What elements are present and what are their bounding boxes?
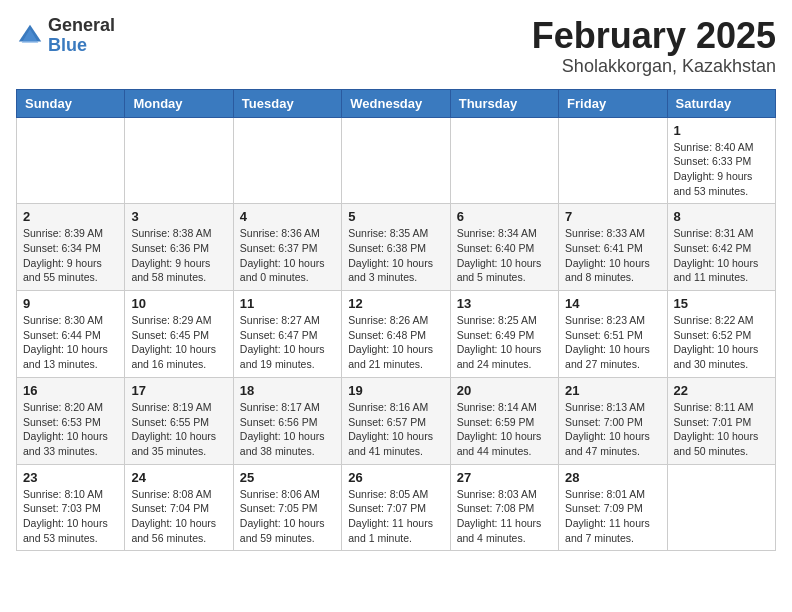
day-number: 18 bbox=[240, 383, 335, 398]
title-block: February 2025 Sholakkorgan, Kazakhstan bbox=[532, 16, 776, 77]
day-info: Sunrise: 8:35 AM Sunset: 6:38 PM Dayligh… bbox=[348, 226, 443, 285]
weekday-header-row: SundayMondayTuesdayWednesdayThursdayFrid… bbox=[17, 89, 776, 117]
day-cell-3: 3Sunrise: 8:38 AM Sunset: 6:36 PM Daylig… bbox=[125, 204, 233, 291]
calendar-title: February 2025 bbox=[532, 16, 776, 56]
empty-cell bbox=[17, 117, 125, 204]
day-cell-11: 11Sunrise: 8:27 AM Sunset: 6:47 PM Dayli… bbox=[233, 291, 341, 378]
day-number: 9 bbox=[23, 296, 118, 311]
day-info: Sunrise: 8:06 AM Sunset: 7:05 PM Dayligh… bbox=[240, 487, 335, 546]
day-cell-28: 28Sunrise: 8:01 AM Sunset: 7:09 PM Dayli… bbox=[559, 464, 667, 551]
weekday-header-saturday: Saturday bbox=[667, 89, 775, 117]
day-number: 22 bbox=[674, 383, 769, 398]
day-cell-21: 21Sunrise: 8:13 AM Sunset: 7:00 PM Dayli… bbox=[559, 377, 667, 464]
empty-cell bbox=[342, 117, 450, 204]
day-info: Sunrise: 8:33 AM Sunset: 6:41 PM Dayligh… bbox=[565, 226, 660, 285]
day-info: Sunrise: 8:05 AM Sunset: 7:07 PM Dayligh… bbox=[348, 487, 443, 546]
day-info: Sunrise: 8:34 AM Sunset: 6:40 PM Dayligh… bbox=[457, 226, 552, 285]
week-row-5: 23Sunrise: 8:10 AM Sunset: 7:03 PM Dayli… bbox=[17, 464, 776, 551]
empty-cell bbox=[233, 117, 341, 204]
day-number: 8 bbox=[674, 209, 769, 224]
day-cell-22: 22Sunrise: 8:11 AM Sunset: 7:01 PM Dayli… bbox=[667, 377, 775, 464]
day-number: 3 bbox=[131, 209, 226, 224]
day-cell-13: 13Sunrise: 8:25 AM Sunset: 6:49 PM Dayli… bbox=[450, 291, 558, 378]
weekday-header-monday: Monday bbox=[125, 89, 233, 117]
day-cell-9: 9Sunrise: 8:30 AM Sunset: 6:44 PM Daylig… bbox=[17, 291, 125, 378]
day-number: 13 bbox=[457, 296, 552, 311]
day-cell-6: 6Sunrise: 8:34 AM Sunset: 6:40 PM Daylig… bbox=[450, 204, 558, 291]
week-row-1: 1Sunrise: 8:40 AM Sunset: 6:33 PM Daylig… bbox=[17, 117, 776, 204]
day-number: 21 bbox=[565, 383, 660, 398]
day-info: Sunrise: 8:40 AM Sunset: 6:33 PM Dayligh… bbox=[674, 140, 769, 199]
day-cell-18: 18Sunrise: 8:17 AM Sunset: 6:56 PM Dayli… bbox=[233, 377, 341, 464]
weekday-header-tuesday: Tuesday bbox=[233, 89, 341, 117]
empty-cell bbox=[450, 117, 558, 204]
weekday-header-thursday: Thursday bbox=[450, 89, 558, 117]
day-number: 10 bbox=[131, 296, 226, 311]
day-cell-15: 15Sunrise: 8:22 AM Sunset: 6:52 PM Dayli… bbox=[667, 291, 775, 378]
logo-blue-text: Blue bbox=[48, 36, 115, 56]
day-number: 20 bbox=[457, 383, 552, 398]
day-info: Sunrise: 8:08 AM Sunset: 7:04 PM Dayligh… bbox=[131, 487, 226, 546]
day-cell-25: 25Sunrise: 8:06 AM Sunset: 7:05 PM Dayli… bbox=[233, 464, 341, 551]
day-info: Sunrise: 8:31 AM Sunset: 6:42 PM Dayligh… bbox=[674, 226, 769, 285]
day-number: 11 bbox=[240, 296, 335, 311]
day-number: 5 bbox=[348, 209, 443, 224]
day-number: 15 bbox=[674, 296, 769, 311]
day-info: Sunrise: 8:16 AM Sunset: 6:57 PM Dayligh… bbox=[348, 400, 443, 459]
day-number: 4 bbox=[240, 209, 335, 224]
empty-cell bbox=[667, 464, 775, 551]
day-number: 12 bbox=[348, 296, 443, 311]
week-row-3: 9Sunrise: 8:30 AM Sunset: 6:44 PM Daylig… bbox=[17, 291, 776, 378]
day-cell-23: 23Sunrise: 8:10 AM Sunset: 7:03 PM Dayli… bbox=[17, 464, 125, 551]
day-cell-1: 1Sunrise: 8:40 AM Sunset: 6:33 PM Daylig… bbox=[667, 117, 775, 204]
weekday-header-friday: Friday bbox=[559, 89, 667, 117]
empty-cell bbox=[125, 117, 233, 204]
day-number: 2 bbox=[23, 209, 118, 224]
logo-general-text: General bbox=[48, 16, 115, 36]
day-number: 17 bbox=[131, 383, 226, 398]
day-cell-12: 12Sunrise: 8:26 AM Sunset: 6:48 PM Dayli… bbox=[342, 291, 450, 378]
day-info: Sunrise: 8:30 AM Sunset: 6:44 PM Dayligh… bbox=[23, 313, 118, 372]
day-info: Sunrise: 8:13 AM Sunset: 7:00 PM Dayligh… bbox=[565, 400, 660, 459]
day-cell-19: 19Sunrise: 8:16 AM Sunset: 6:57 PM Dayli… bbox=[342, 377, 450, 464]
day-number: 27 bbox=[457, 470, 552, 485]
week-row-4: 16Sunrise: 8:20 AM Sunset: 6:53 PM Dayli… bbox=[17, 377, 776, 464]
day-info: Sunrise: 8:38 AM Sunset: 6:36 PM Dayligh… bbox=[131, 226, 226, 285]
day-number: 24 bbox=[131, 470, 226, 485]
logo-icon bbox=[16, 22, 44, 50]
day-info: Sunrise: 8:14 AM Sunset: 6:59 PM Dayligh… bbox=[457, 400, 552, 459]
day-cell-2: 2Sunrise: 8:39 AM Sunset: 6:34 PM Daylig… bbox=[17, 204, 125, 291]
day-info: Sunrise: 8:26 AM Sunset: 6:48 PM Dayligh… bbox=[348, 313, 443, 372]
day-cell-26: 26Sunrise: 8:05 AM Sunset: 7:07 PM Dayli… bbox=[342, 464, 450, 551]
day-number: 7 bbox=[565, 209, 660, 224]
weekday-header-sunday: Sunday bbox=[17, 89, 125, 117]
day-info: Sunrise: 8:23 AM Sunset: 6:51 PM Dayligh… bbox=[565, 313, 660, 372]
weekday-header-wednesday: Wednesday bbox=[342, 89, 450, 117]
calendar-table: SundayMondayTuesdayWednesdayThursdayFrid… bbox=[16, 89, 776, 552]
day-number: 1 bbox=[674, 123, 769, 138]
page-header: General Blue February 2025 Sholakkorgan,… bbox=[16, 16, 776, 77]
day-info: Sunrise: 8:39 AM Sunset: 6:34 PM Dayligh… bbox=[23, 226, 118, 285]
day-info: Sunrise: 8:10 AM Sunset: 7:03 PM Dayligh… bbox=[23, 487, 118, 546]
empty-cell bbox=[559, 117, 667, 204]
day-info: Sunrise: 8:36 AM Sunset: 6:37 PM Dayligh… bbox=[240, 226, 335, 285]
day-cell-14: 14Sunrise: 8:23 AM Sunset: 6:51 PM Dayli… bbox=[559, 291, 667, 378]
day-info: Sunrise: 8:19 AM Sunset: 6:55 PM Dayligh… bbox=[131, 400, 226, 459]
day-number: 19 bbox=[348, 383, 443, 398]
day-cell-7: 7Sunrise: 8:33 AM Sunset: 6:41 PM Daylig… bbox=[559, 204, 667, 291]
day-cell-4: 4Sunrise: 8:36 AM Sunset: 6:37 PM Daylig… bbox=[233, 204, 341, 291]
day-number: 6 bbox=[457, 209, 552, 224]
day-cell-24: 24Sunrise: 8:08 AM Sunset: 7:04 PM Dayli… bbox=[125, 464, 233, 551]
day-number: 26 bbox=[348, 470, 443, 485]
day-cell-5: 5Sunrise: 8:35 AM Sunset: 6:38 PM Daylig… bbox=[342, 204, 450, 291]
week-row-2: 2Sunrise: 8:39 AM Sunset: 6:34 PM Daylig… bbox=[17, 204, 776, 291]
day-info: Sunrise: 8:29 AM Sunset: 6:45 PM Dayligh… bbox=[131, 313, 226, 372]
day-cell-16: 16Sunrise: 8:20 AM Sunset: 6:53 PM Dayli… bbox=[17, 377, 125, 464]
day-info: Sunrise: 8:17 AM Sunset: 6:56 PM Dayligh… bbox=[240, 400, 335, 459]
day-number: 25 bbox=[240, 470, 335, 485]
day-cell-8: 8Sunrise: 8:31 AM Sunset: 6:42 PM Daylig… bbox=[667, 204, 775, 291]
day-info: Sunrise: 8:01 AM Sunset: 7:09 PM Dayligh… bbox=[565, 487, 660, 546]
day-info: Sunrise: 8:22 AM Sunset: 6:52 PM Dayligh… bbox=[674, 313, 769, 372]
day-info: Sunrise: 8:11 AM Sunset: 7:01 PM Dayligh… bbox=[674, 400, 769, 459]
day-number: 14 bbox=[565, 296, 660, 311]
